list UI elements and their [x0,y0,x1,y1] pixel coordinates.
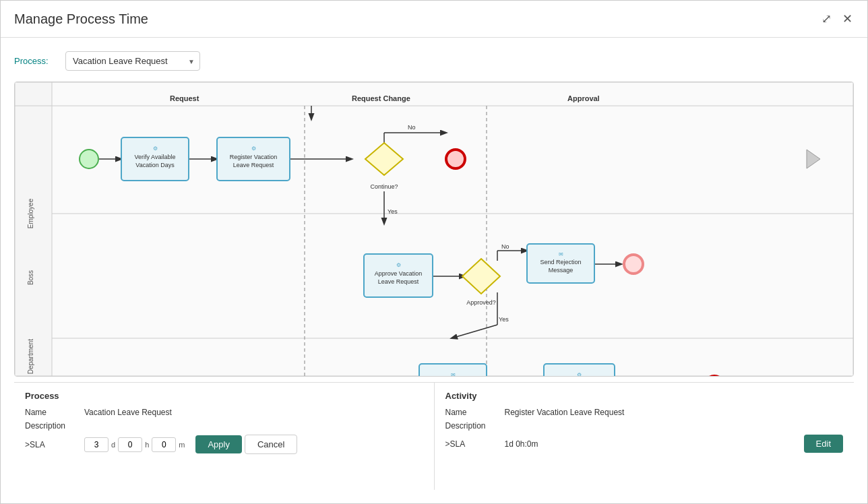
svg-text:⚙: ⚙ [396,262,401,268]
bottom-panels: Process Name Vacation Leave Request Desc… [14,382,854,490]
end-no-continue [446,150,465,168]
sla-days-input[interactable] [84,437,108,452]
svg-text:Register Vacation: Register Vacation [230,154,277,160]
activity-desc-row: Description [445,421,844,431]
process-panel: Process Name Vacation Leave Request Desc… [14,383,435,490]
sla-days-unit: d [111,441,115,449]
swimlane-admin: Administrative Department [27,339,34,376]
svg-text:Approved?: Approved? [466,299,496,306]
svg-text:Message: Message [549,267,574,274]
cancel-button[interactable]: Cancel [245,435,297,454]
modal-body: Process: Vacation Leave Request Leave Re… [1,38,867,503]
process-sla-row: >SLA d h m Apply Cancel [25,435,423,454]
process-name-row: Name Vacation Leave Request [25,408,423,417]
process-sla-label: >SLA [25,440,79,449]
activity-panel: Activity Name Register Vacation Leave Re… [435,383,855,490]
sla-minutes-unit: m [179,441,185,449]
activity-name-label: Name [445,408,499,417]
header-icons: ⤢ ✕ [820,10,854,28]
svg-rect-0 [15,82,853,376]
svg-text:✉: ✉ [559,251,563,257]
apply-button[interactable]: Apply [195,435,242,453]
svg-text:Yes: Yes [388,208,398,215]
activity-name-row: Name Register Vacation Leave Request [445,408,844,417]
modal-title: Manage Process Time [14,11,148,27]
process-name-value: Vacation Leave Request [84,408,172,417]
svg-text:Yes: Yes [499,316,509,323]
svg-text:⚙: ⚙ [153,146,158,152]
process-label: Process: [14,56,55,66]
modal-header: Manage Process Time ⤢ ✕ [1,1,867,38]
process-panel-title: Process [25,391,423,401]
svg-text:Leave Request: Leave Request [233,162,274,168]
svg-text:Send Rejection: Send Rejection [540,259,581,265]
process-name-label: Name [25,408,79,417]
activity-sla-value: 1d 0h:0m [505,439,538,449]
sla-inputs: d h m Apply Cancel [84,435,297,454]
approval-header: Approval [567,94,600,102]
svg-text:No: No [501,243,509,250]
sla-hours-input[interactable] [118,437,142,452]
svg-text:⚙: ⚙ [577,372,582,376]
svg-text:Continue?: Continue? [370,183,398,190]
svg-text:Leave Request: Leave Request [378,278,419,285]
sla-hours-unit: h [145,441,149,449]
diagram-svg: Employee Boss Administrative Department … [15,82,853,376]
svg-text:Vacation Days: Vacation Days [135,162,175,168]
close-button[interactable]: ✕ [841,10,854,28]
request-change-header: Request Change [352,94,410,102]
process-desc-label: Description [25,421,79,431]
svg-text:Verify Available: Verify Available [135,154,176,160]
request-header: Request [170,94,199,102]
end-rejection [624,255,643,274]
expand-button[interactable]: ⤢ [820,10,833,28]
svg-text:No: No [408,124,416,131]
activity-sla-label: >SLA [445,439,499,449]
sla-minutes-input[interactable] [152,437,176,452]
start-event [80,150,98,168]
activity-panel-title: Activity [445,391,844,401]
diagram-container: Employee Boss Administrative Department … [14,82,854,377]
svg-text:✉: ✉ [451,372,456,376]
swimlane-boss: Boss [27,270,34,285]
swimlane-employee: Employee [27,198,34,228]
process-desc-row: Description [25,421,423,431]
modal-container: Manage Process Time ⤢ ✕ Process: Vacatio… [0,0,868,504]
svg-text:⚙: ⚙ [251,146,256,152]
activity-desc-label: Description [445,421,499,431]
activity-name-value: Register Vacation Leave Request [505,408,625,417]
activity-sla-row: >SLA 1d 0h:0m Edit [445,435,844,453]
svg-text:Approve Vacation: Approve Vacation [375,270,422,277]
process-row: Process: Vacation Leave Request Leave Re… [14,51,854,71]
edit-button[interactable]: Edit [804,435,843,453]
process-select[interactable]: Vacation Leave Request Leave Request Exp… [65,51,200,71]
process-select-wrapper: Vacation Leave Request Leave Request Exp… [65,51,200,71]
